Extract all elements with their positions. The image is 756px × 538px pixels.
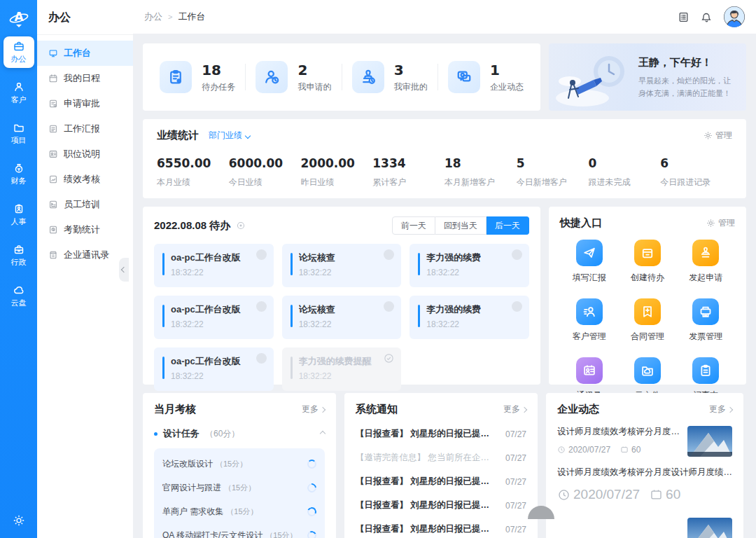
todo-card[interactable]: 论坛核查 18:32:22	[282, 296, 402, 339]
todo-card-time: 18:32:22	[299, 268, 393, 277]
notice-date: 07/27	[505, 477, 526, 487]
rail-item-finance[interactable]: 财务	[4, 158, 34, 190]
assessment-item[interactable]: 论坛改版设计 （15分）	[162, 452, 316, 476]
stat-my-approvals[interactable]: 3 我审批的	[342, 61, 438, 93]
breadcrumb-current: 工作台	[178, 11, 205, 23]
todo-checkbox[interactable]	[512, 249, 522, 260]
metric-value: 0	[589, 156, 661, 170]
settings-button[interactable]	[13, 514, 25, 527]
notices-more-link[interactable]: 更多	[503, 404, 526, 415]
prev-day-button[interactable]: 前一天	[392, 216, 435, 235]
sidebar-item-job-description[interactable]: 职位说明	[37, 142, 133, 167]
news-item[interactable]: 设计师月度绩效考核评分月度设计师月度绩效度月度绩... 2020/07/27 6…	[557, 467, 732, 502]
sidebar-item-attendance[interactable]: 考勤统计	[37, 217, 133, 242]
stat-company-news[interactable]: 1 企业动态	[438, 61, 533, 93]
stat-label: 待办任务	[202, 81, 235, 93]
rail-item-projects[interactable]: 项目	[4, 118, 34, 149]
todo-checkbox[interactable]	[256, 249, 267, 260]
quick-item-invoice-management[interactable]: 发票管理	[677, 298, 735, 343]
sidebar-item-approvals[interactable]: 申请审批	[37, 91, 133, 116]
news-item-title: 设计师月度绩效考核评分月度设计师月度绩效度月度绩...	[557, 467, 732, 478]
quick-item-customer-management[interactable]: 客户管理	[560, 298, 618, 343]
todo-card[interactable]: oa-pc工作台改版 18:32:22	[154, 347, 274, 391]
cloud-drive-icon	[13, 284, 24, 296]
user-avatar[interactable]	[724, 6, 745, 27]
quick-entry-manage-button[interactable]: 管理	[706, 217, 735, 229]
todo-card[interactable]: 论坛核查 18:32:22	[282, 244, 402, 287]
notice-date: 07/27	[505, 429, 526, 439]
sidebar-collapse-handle[interactable]	[119, 258, 129, 282]
greeting-card: 王静，下午好！ 早晨起来，灿烂的阳光，让身体充满，满满的正能量！	[549, 43, 746, 111]
todo-card[interactable]: 李力强的续费 18:32:22	[410, 296, 529, 339]
sidebar-item-label: 申请审批	[64, 97, 100, 110]
assessment-items: 论坛改版设计 （15分） 官网设计与跟进 （15分） 单商户 需求收集 （15分…	[154, 448, 325, 538]
todo-checkbox[interactable]	[256, 353, 267, 364]
notice-item[interactable]: 【日报查看】 刘星彤的日报已提交，请及时查看！ 07/27	[356, 523, 526, 535]
today-button[interactable]: 回到当天	[435, 216, 486, 235]
todo-checkbox[interactable]	[512, 301, 522, 312]
assessment-more-link[interactable]: 更多	[302, 404, 325, 415]
attendance-doc-icon	[48, 225, 58, 235]
quick-item-create-todo[interactable]: 创建待办	[618, 240, 676, 284]
sidebar-item-performance[interactable]: 绩效考核	[37, 167, 133, 192]
performance-manage-button[interactable]: 管理	[704, 130, 732, 142]
breadcrumb-section[interactable]: 办公	[144, 11, 162, 23]
rail-item-office[interactable]: 办公	[4, 36, 34, 68]
assessment-item[interactable]: 官网设计与跟进 （15分）	[162, 476, 316, 499]
todo-card[interactable]: 李力强的续费 18:32:22	[410, 244, 529, 287]
memo-button[interactable]	[678, 11, 690, 23]
sidebar-item-workbench[interactable]: 工作台	[37, 41, 133, 66]
stamp-icon	[692, 240, 719, 266]
app-logo[interactable]: A	[7, 6, 31, 29]
stat-value: 18	[202, 62, 235, 78]
todo-card-time: 18:32:22	[299, 319, 393, 329]
notice-item[interactable]: 【日报查看】 刘星彤的日报已提交，请及时查看！ 07/27	[356, 499, 526, 511]
performance-doc-icon	[48, 174, 58, 184]
todo-grid: oa-pc工作台改版 18:32:22 论坛核查 18:32:22 李力强的续费…	[154, 244, 529, 391]
todo-card[interactable]: oa-pc工作台改版 18:32:22	[154, 296, 274, 339]
filter-label: 部门业绩	[209, 130, 242, 142]
more-label: 更多	[302, 404, 318, 415]
metric-today-followups: 6 今日跟进记录	[660, 156, 732, 188]
company-news-more-link[interactable]: 更多	[709, 404, 732, 415]
metric-label: 今日新增客户	[517, 177, 589, 188]
todo-card-title: 论坛核查	[299, 251, 393, 264]
performance-metrics: 6550.00 本月业绩 6000.00 今日业绩 2000.00 昨日业绩 1…	[157, 156, 732, 188]
todo-card[interactable]: oa-pc工作台改版 18:32:22	[154, 244, 274, 287]
notice-item[interactable]: 【日报查看】 刘星彤的日报已提交，请及时查看！ 07/27	[356, 476, 526, 488]
todo-checkbox-checked[interactable]	[384, 353, 394, 364]
quick-item-label: 发票管理	[689, 331, 722, 343]
todo-card-done[interactable]: 李力强的续费提醒 18:32:22	[282, 347, 402, 391]
quick-item-contract-management[interactable]: 合同管理	[618, 298, 676, 343]
notices-title: 系统通知	[356, 403, 398, 416]
sidebar-item-training[interactable]: 员工培训	[37, 192, 133, 217]
assessment-group-design-tasks[interactable]: 设计任务 （60分）	[154, 427, 325, 440]
notice-item-read[interactable]: 【邀请完善信息】 您当前所在企业西安众邦网络... 07/27	[356, 452, 526, 464]
stat-value: 3	[394, 62, 428, 78]
visibility-icon[interactable]	[236, 221, 246, 230]
assessment-item[interactable]: OA 移动端打卡/云文件设计 （15分）	[162, 523, 316, 538]
rail-item-cloud-drive[interactable]: 云盘	[4, 280, 34, 312]
sidebar-item-label: 工作汇报	[64, 123, 100, 135]
sidebar-item-label: 我的日程	[64, 72, 100, 85]
more-label: 更多	[709, 404, 726, 415]
chevron-up-icon	[320, 431, 326, 436]
notifications-button[interactable]	[701, 11, 713, 23]
rail-item-customers[interactable]: 客户	[4, 77, 34, 109]
next-day-button[interactable]: 后一天	[486, 216, 529, 235]
rail-item-hr[interactable]: 人事	[4, 199, 34, 230]
notice-item[interactable]: 【日报查看】 刘星彤的日报已提交，请及时查看！ 07/27	[356, 428, 526, 440]
performance-filter-dropdown[interactable]: 部门业绩	[209, 130, 250, 142]
rail-item-admin[interactable]: 行政	[4, 240, 34, 271]
news-item[interactable]: 设计师月度绩效考核评分月度月度绩... 2020/07/27 60	[557, 426, 732, 457]
sidebar-item-work-report[interactable]: 工作汇报	[37, 116, 133, 142]
stat-pending-tasks[interactable]: 18 待办任务	[150, 61, 245, 93]
overview-row: 18 待办任务 2 我申请的 3	[143, 43, 746, 111]
quick-item-fill-report[interactable]: 填写汇报	[560, 240, 618, 284]
sidebar-item-schedule[interactable]: 我的日程	[37, 66, 133, 91]
todo-checkbox[interactable]	[256, 301, 267, 312]
stat-my-applications[interactable]: 2 我申请的	[246, 61, 341, 93]
quick-item-start-application[interactable]: 发起申请	[677, 240, 735, 284]
news-item[interactable]: 2020/07/27 60	[557, 518, 732, 538]
assessment-item[interactable]: 单商户 需求收集 （15分）	[162, 499, 316, 523]
